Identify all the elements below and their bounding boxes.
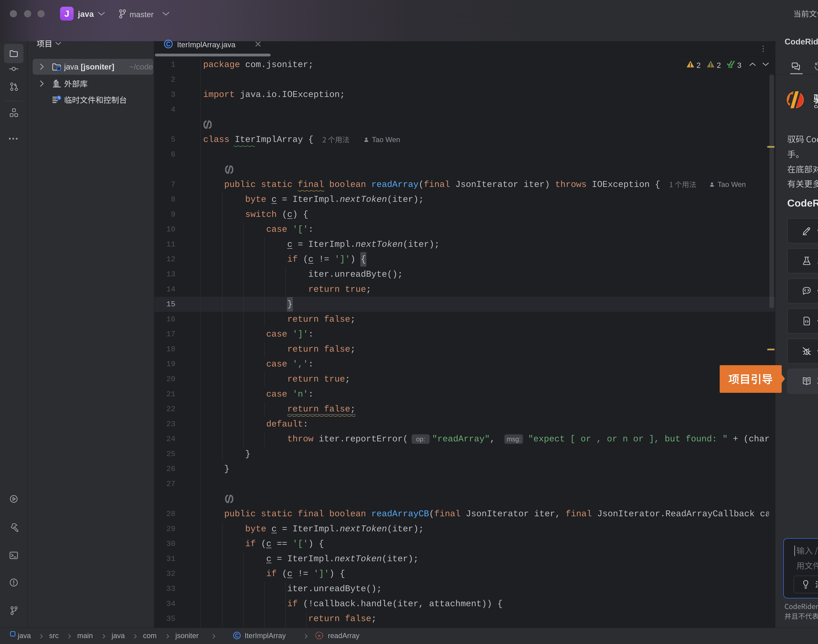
svg-text:m: m <box>318 634 320 638</box>
